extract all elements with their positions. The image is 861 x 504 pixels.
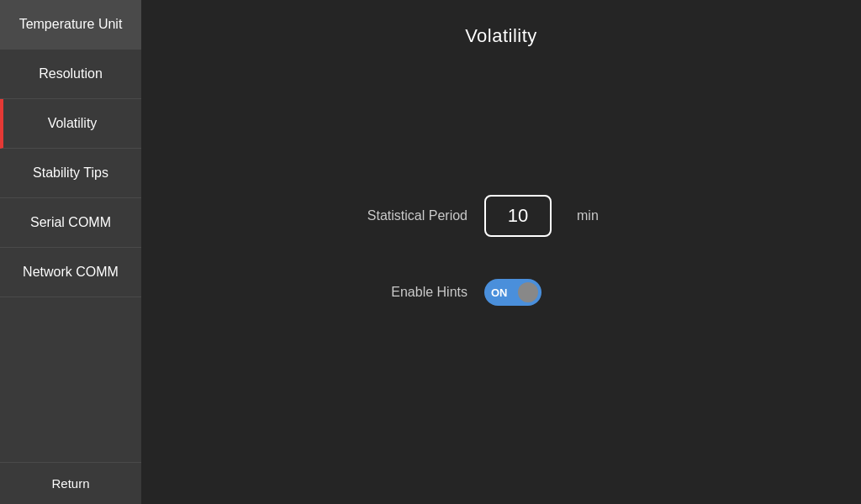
enable-hints-row: Enable Hints ON [333, 279, 669, 306]
toggle-on-label: ON [491, 286, 508, 299]
toggle-knob [518, 282, 538, 302]
sidebar-item-label: Network COMM [23, 265, 119, 280]
sidebar-item-label: Resolution [39, 66, 103, 81]
page-title: Volatility [141, 0, 861, 64]
enable-hints-toggle-container: ON [484, 279, 541, 306]
sidebar-item-label: Temperature Unit [19, 17, 123, 32]
sidebar-item-label: Serial COMM [30, 215, 111, 230]
period-unit: min [577, 208, 599, 223]
statistical-period-row: Statistical Period min [333, 195, 669, 237]
sidebar-item-label: Stability Tips [33, 165, 108, 181]
sidebar: Temperature Unit Resolution Volatility S… [0, 0, 141, 504]
enable-hints-toggle[interactable]: ON [484, 279, 541, 306]
sidebar-item-temperature-unit[interactable]: Temperature Unit [0, 0, 141, 50]
sidebar-item-label: Volatility [48, 116, 98, 131]
return-button[interactable]: Return [0, 462, 141, 504]
main-content: Volatility Statistical Period min Enable… [141, 0, 861, 504]
sidebar-item-stability-tips[interactable]: Stability Tips [0, 149, 141, 198]
statistical-period-label: Statistical Period [333, 208, 467, 223]
settings-area: Statistical Period min Enable Hints ON [141, 64, 861, 504]
sidebar-item-serial-comm[interactable]: Serial COMM [0, 198, 141, 248]
toggle-slider: ON [484, 279, 541, 306]
statistical-period-input[interactable] [484, 195, 552, 237]
sidebar-item-network-comm[interactable]: Network COMM [0, 248, 141, 297]
sidebar-item-volatility[interactable]: Volatility [0, 99, 141, 149]
enable-hints-label: Enable Hints [333, 285, 467, 300]
return-label: Return [51, 476, 89, 491]
sidebar-item-resolution[interactable]: Resolution [0, 50, 141, 99]
